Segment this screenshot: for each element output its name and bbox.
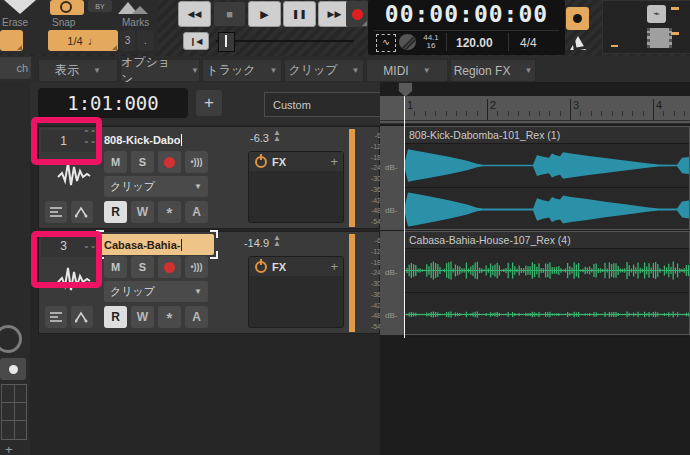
waveform-channel-left (405, 249, 689, 293)
rewind-button[interactable]: ◀◀ (178, 1, 211, 27)
record-dot-icon (573, 14, 582, 23)
read-automation-button[interactable]: R (104, 306, 127, 328)
side-tab[interactable]: ch (0, 57, 31, 79)
menu-track[interactable]: トラック▼ (202, 59, 282, 82)
pause-button[interactable]: ❚❚ (283, 1, 316, 27)
add-module-button[interactable]: + (5, 442, 13, 455)
memory-meter (671, 32, 679, 35)
volume-readout[interactable]: -14.9 (189, 237, 269, 249)
fx-label: FX (272, 261, 330, 273)
archive-button[interactable]: A (185, 306, 208, 328)
arm-record-button[interactable] (158, 151, 181, 173)
position-slider-handle[interactable] (218, 32, 235, 52)
solo-button[interactable]: S (131, 256, 154, 278)
menu-bar: ch 表示▼ オプション▼ トラック▼ クリップ▼ MIDI▼ Region F… (0, 56, 690, 84)
write-automation-button[interactable]: W (131, 306, 154, 328)
db-label: dB- (385, 268, 397, 277)
fx-power-icon[interactable] (255, 156, 267, 168)
audio-clip-cabasa[interactable]: Cabasa-Bahia-House-107_Rex (4) (404, 231, 690, 335)
record-mode-button[interactable] (566, 7, 589, 30)
automation-lanes-button[interactable] (71, 306, 93, 328)
clips-pane: 1234 dB- dB- 808-Kick-Dabomba-101_Rex (1… (380, 82, 690, 455)
dot-icon (9, 365, 18, 374)
stop-button[interactable]: ■ (213, 1, 246, 27)
record-button[interactable] (346, 1, 368, 27)
sample-rate: 44.116 (420, 34, 442, 50)
metronome-button[interactable] (566, 33, 589, 53)
fx-add-button[interactable]: + (330, 259, 338, 274)
menu-options[interactable]: オプション▼ (120, 59, 200, 82)
snap-toggle-button[interactable] (50, 0, 84, 15)
snap-by-toggle[interactable]: BY (88, 0, 112, 12)
track-level-meter (349, 234, 355, 332)
clip-view-dropdown[interactable]: クリップ▼ (104, 176, 208, 197)
offset-mode-button[interactable]: * (158, 201, 181, 223)
knob-icon[interactable] (0, 325, 22, 353)
phase-button[interactable] (0, 358, 26, 380)
record-dot-icon (164, 262, 175, 273)
expand-track-icon[interactable]: ⌃⌃⌄⌄ (83, 235, 96, 249)
menu-view[interactable]: 表示▼ (38, 59, 118, 82)
audio-engine-icon[interactable]: ∿ (376, 34, 396, 52)
tool-swatch-button[interactable] (0, 30, 23, 51)
read-automation-button[interactable]: R (104, 201, 127, 223)
chevron-down-icon: ▼ (352, 66, 360, 75)
input-echo-button[interactable]: •))) (185, 151, 208, 173)
chevron-down-icon: ▼ (93, 66, 101, 75)
automation-lanes-button[interactable] (71, 201, 93, 223)
go-to-start-button[interactable]: ❙◀ (183, 32, 209, 50)
input-echo-button[interactable]: •))) (185, 256, 208, 278)
time-signature[interactable]: 4/4 (520, 36, 537, 50)
fx-label: FX (272, 156, 330, 168)
spinner-up-icon[interactable]: ▲▲ (273, 130, 281, 142)
menu-region-fx[interactable]: Region FX▼ (450, 59, 536, 82)
chevron-down-icon: ▼ (423, 66, 431, 75)
play-button[interactable]: ▶ (248, 1, 281, 27)
draw-tool-icon[interactable] (4, 0, 36, 14)
tempo-display[interactable]: 120.00 (456, 36, 493, 50)
clip-view-dropdown[interactable]: クリップ▼ (104, 281, 208, 302)
transport-module: ◀◀ ■ ▶ ❚❚ ▶▶ ❙◀ (172, 0, 360, 54)
audio-clip-kick[interactable]: 808-Kick-Dabomba-101_Rex (1) (404, 126, 690, 230)
arm-record-button[interactable] (158, 256, 181, 278)
timeline-ruler[interactable]: 1234 (380, 96, 690, 124)
fx-bin[interactable]: FX + (248, 151, 344, 223)
write-automation-button[interactable]: W (131, 201, 154, 223)
mute-button[interactable]: M (104, 151, 127, 173)
volume-readout[interactable]: -6.3 (189, 132, 269, 144)
position-slider-track[interactable] (216, 40, 354, 42)
db-label: dB- (385, 206, 397, 215)
db-label: dB- (385, 163, 397, 172)
text-cursor (181, 239, 182, 251)
take-lanes-button[interactable] (45, 201, 67, 223)
menu-clip[interactable]: クリップ▼ (284, 59, 364, 82)
fx-power-icon[interactable] (255, 261, 267, 273)
snap-resolution-dropdown[interactable]: 1/4♩ (48, 30, 118, 51)
add-track-button[interactable]: + (196, 90, 222, 116)
clip-row-1: dB- dB- 808-Kick-Dabomba-101_Rex (1) (380, 126, 690, 230)
fx-bin[interactable]: FX + (248, 256, 344, 328)
chevron-down-icon: ▼ (191, 66, 199, 75)
clip-title: Cabasa-Bahia-House-107_Rex (4) (405, 232, 689, 249)
solo-button[interactable]: S (131, 151, 154, 173)
mute-button[interactable]: M (104, 256, 127, 278)
input-echo-icon: •))) (190, 157, 202, 167)
now-time-display[interactable]: 1:01:000 (38, 88, 188, 118)
offset-mode-button[interactable]: * (158, 306, 181, 328)
snap-count-button[interactable]: 3 (120, 30, 135, 51)
snap-dot-button[interactable]: . (137, 30, 154, 51)
routing-grid[interactable] (1, 384, 27, 440)
selection-corner (210, 251, 218, 259)
envelope-icon (75, 311, 89, 323)
archive-button[interactable]: A (185, 201, 208, 223)
metronome-disabled-icon[interactable] (399, 34, 416, 50)
expand-track-icon[interactable]: ⌃⌃⌄⌄ (83, 130, 96, 144)
chevron-down-icon: ▼ (270, 66, 278, 75)
take-lanes-button[interactable] (45, 306, 67, 328)
fx-add-button[interactable]: + (330, 154, 338, 169)
clip-row-2: dB- dB- Cabasa-Bahia-House-107_Rex (4) (380, 231, 690, 335)
menu-midi[interactable]: MIDI▼ (366, 59, 448, 82)
spinner-up-icon[interactable]: ▲▲ (273, 235, 281, 247)
waveform-channel-right (405, 293, 689, 337)
playhead-marker[interactable] (398, 82, 413, 97)
